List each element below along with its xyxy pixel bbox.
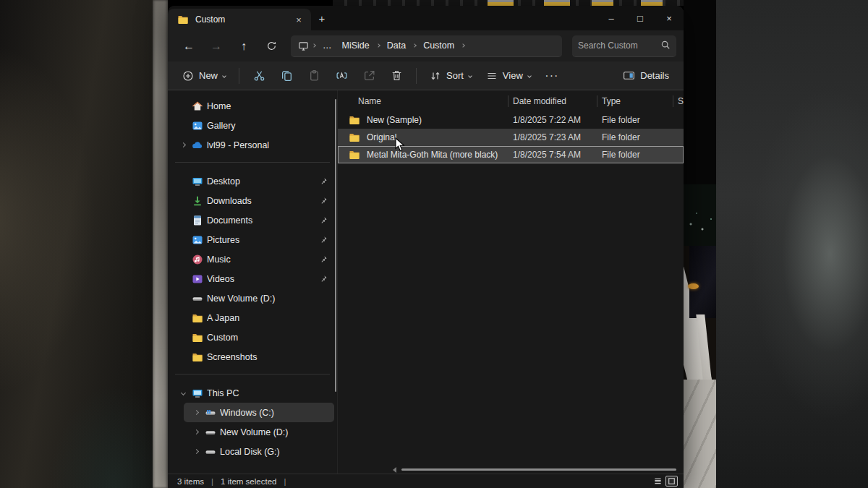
folder-icon xyxy=(191,312,204,324)
sidebar-item-onedrive[interactable]: lvl99 - Personal xyxy=(171,135,334,155)
column-header-type[interactable]: Type xyxy=(597,95,673,107)
jar-decor xyxy=(592,0,613,6)
details-pane-button[interactable]: Details xyxy=(616,65,676,87)
toolbar-separator xyxy=(239,68,239,84)
windows-drive-icon xyxy=(204,407,217,419)
this-pc-icon xyxy=(191,388,204,399)
sidebar-item-a-japan[interactable]: A Japan xyxy=(171,308,334,328)
column-header-size[interactable]: S xyxy=(673,95,684,107)
tab-custom[interactable]: Custom × xyxy=(168,9,311,30)
sidebar-item-desktop[interactable]: Desktop xyxy=(171,171,334,191)
sidebar-item-this-pc[interactable]: This PC xyxy=(171,383,334,403)
videos-icon xyxy=(191,273,204,285)
back-button[interactable]: ← xyxy=(176,35,201,57)
forward-button[interactable]: → xyxy=(204,35,229,57)
sort-button[interactable]: Sort xyxy=(422,65,479,87)
chevron-right-icon[interactable] xyxy=(178,143,188,147)
sidebar-item-downloads[interactable]: Downloads xyxy=(171,191,334,210)
background-car-marker-light xyxy=(688,283,699,289)
drive-icon xyxy=(204,427,217,438)
view-button[interactable]: View xyxy=(479,65,538,87)
background-car-scene xyxy=(684,246,716,380)
file-date: 1/8/2025 7:22 AM xyxy=(509,115,597,125)
column-header-name[interactable]: Name xyxy=(338,95,508,107)
search-input[interactable] xyxy=(578,40,660,51)
folder-icon xyxy=(348,132,361,143)
breadcrumb-ellipsis[interactable]: … xyxy=(318,40,336,51)
navigation-bar: ← → ↑ … MiSide Data Custom xyxy=(168,30,684,61)
breadcrumb-miside[interactable]: MiSide xyxy=(338,40,374,51)
search-box[interactable] xyxy=(572,35,676,57)
rename-button[interactable] xyxy=(328,65,355,87)
sidebar-item-music[interactable]: Music xyxy=(171,249,334,269)
gallery-icon xyxy=(191,120,204,132)
sidebar-item-gallery[interactable]: Gallery xyxy=(171,116,334,135)
file-date: 1/8/2025 7:23 AM xyxy=(509,132,597,142)
new-button[interactable]: New xyxy=(175,65,233,87)
file-type: File folder xyxy=(597,150,673,160)
sidebar-item-pictures[interactable]: Pictures xyxy=(171,230,334,249)
background-car xyxy=(689,246,716,318)
drive-icon xyxy=(204,446,217,458)
search-icon xyxy=(660,40,671,52)
window-controls: – □ × xyxy=(597,6,684,30)
pictures-icon xyxy=(191,234,204,246)
new-tab-button[interactable]: + xyxy=(311,6,333,30)
maximize-button[interactable]: □ xyxy=(626,6,655,30)
copy-button[interactable] xyxy=(273,65,300,87)
tab-title: Custom xyxy=(195,14,286,25)
sidebar-item-new-volume-d[interactable]: New Volume (D:) xyxy=(171,288,334,308)
up-button[interactable]: ↑ xyxy=(231,35,256,57)
background-tiled-floor xyxy=(684,380,716,488)
thumbnail-view-toggle[interactable] xyxy=(665,476,678,487)
cut-button[interactable] xyxy=(245,65,273,87)
chevron-down-icon xyxy=(468,74,472,78)
sidebar-divider xyxy=(175,162,330,163)
sidebar-item-new-volume-d-tree[interactable]: New Volume (D:) xyxy=(184,422,334,442)
folder-icon xyxy=(348,149,361,160)
sidebar-item-home[interactable]: Home xyxy=(171,96,334,116)
status-bar: 3 items | 1 item selected | xyxy=(168,474,684,488)
chevron-down-icon[interactable] xyxy=(178,391,188,395)
sidebar-item-screenshots[interactable]: Screenshots xyxy=(171,347,334,367)
file-row-metal-mita[interactable]: Metal Mita-Goth Mita (more black) 1/8/20… xyxy=(338,146,684,163)
background-right-glow xyxy=(716,0,868,488)
close-button[interactable]: × xyxy=(655,6,684,30)
paste-button[interactable] xyxy=(300,65,328,87)
details-view-toggle[interactable] xyxy=(652,476,664,487)
column-header-date-modified[interactable]: Date modified xyxy=(508,95,597,107)
pin-icon xyxy=(318,236,328,244)
breadcrumb-data[interactable]: Data xyxy=(383,40,410,51)
chevron-right-icon[interactable] xyxy=(191,450,201,453)
horizontal-scrollbar[interactable] xyxy=(401,468,676,471)
refresh-button[interactable] xyxy=(259,35,284,57)
folder-icon xyxy=(176,14,190,25)
folder-icon xyxy=(191,332,204,343)
sidebar-item-local-disk-g[interactable]: Local Disk (G:) xyxy=(184,442,334,461)
chevron-down-icon xyxy=(222,74,226,78)
breadcrumb[interactable]: … MiSide Data Custom xyxy=(291,35,562,57)
pin-icon xyxy=(318,177,328,186)
sidebar-scrollbar[interactable] xyxy=(335,99,336,392)
chevron-right-icon[interactable] xyxy=(191,411,201,414)
chevron-right-icon xyxy=(460,44,466,47)
desktop-icon xyxy=(191,176,204,187)
chevron-right-icon[interactable] xyxy=(191,430,201,434)
sidebar-item-videos[interactable]: Videos xyxy=(171,269,334,288)
file-row-new-sample[interactable]: New (Sample) 1/8/2025 7:22 AM File folde… xyxy=(338,111,684,129)
more-options-button[interactable]: ··· xyxy=(538,65,566,87)
music-icon xyxy=(191,254,204,265)
delete-button[interactable] xyxy=(383,65,410,87)
minimize-button[interactable]: – xyxy=(597,6,626,30)
background-night-scene xyxy=(684,0,716,488)
sidebar-item-custom[interactable]: Custom xyxy=(171,328,334,347)
tab-close-icon[interactable]: × xyxy=(292,13,305,26)
file-row-original[interactable]: Original 1/8/2025 7:23 AM File folder xyxy=(338,129,684,146)
titlebar: Custom × + – □ × xyxy=(168,6,684,30)
breadcrumb-custom[interactable]: Custom xyxy=(419,40,459,51)
sidebar-item-documents[interactable]: Documents xyxy=(171,210,334,230)
share-button[interactable] xyxy=(355,65,383,87)
scroll-left-arrow-icon[interactable] xyxy=(393,467,396,473)
sidebar-item-windows-c[interactable]: Windows (C:) xyxy=(184,403,334,422)
folder-icon xyxy=(348,114,361,126)
